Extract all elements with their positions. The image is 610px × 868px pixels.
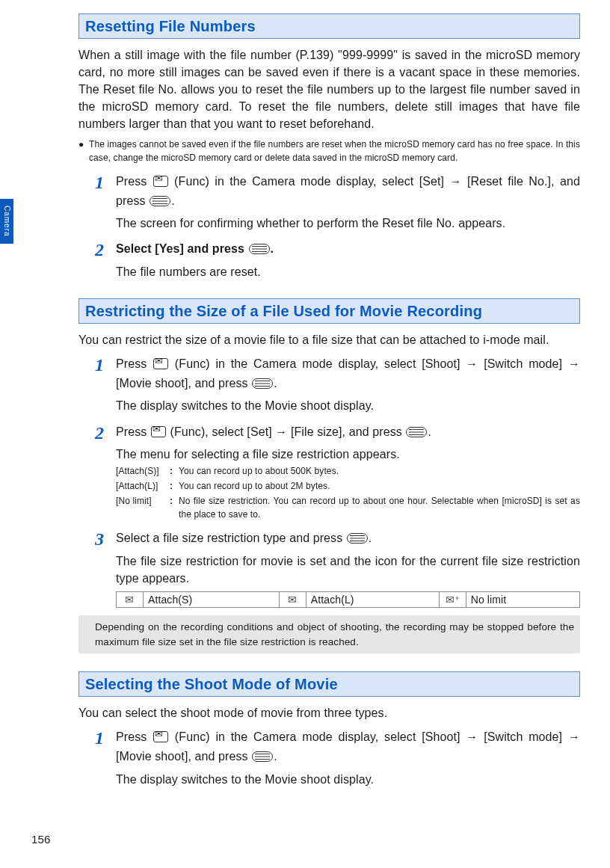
note-box: Depending on the recording conditions an… xyxy=(78,615,580,653)
step-text: . xyxy=(274,750,277,763)
menu-icon xyxy=(252,751,273,762)
no-limit-icon: ✉⁺ xyxy=(446,594,460,605)
step-text: (Func), select [Set] → [File size], and … xyxy=(167,425,405,438)
icon-label: No limit xyxy=(466,592,579,608)
section-header-shootmode: Selecting the Shoot Mode of Movie xyxy=(78,671,580,697)
attach-l-icon: ✉ xyxy=(288,594,297,605)
icon-table: ✉ Attach(S) ✉ Attach(L) ✉⁺ No limit xyxy=(116,591,580,608)
step-number: 1 xyxy=(95,172,116,232)
step: 3 Select a file size restriction type an… xyxy=(78,529,580,608)
option-row: [Attach(S)] : You can record up to about… xyxy=(116,464,580,478)
step-note: The file size restriction for movie is s… xyxy=(116,552,580,587)
mail-icon xyxy=(153,176,168,187)
step: 1 Press (Func) in the Camera mode displa… xyxy=(78,172,580,232)
step-text: Press xyxy=(116,357,152,370)
step: 2 Select [Yes] and press . The file numb… xyxy=(78,239,580,280)
step-text: . xyxy=(271,242,274,255)
step-number: 1 xyxy=(95,727,116,787)
step-text: Select [Yes] and press xyxy=(116,242,248,255)
menu-icon xyxy=(347,533,368,544)
step-note: The menu for selecting a file size restr… xyxy=(116,446,580,463)
attach-s-icon: ✉ xyxy=(125,594,134,605)
side-tab-camera: Camera xyxy=(0,199,13,244)
mail-icon xyxy=(151,426,166,437)
step-note: The file numbers are reset. xyxy=(116,263,580,280)
step-text: Select a file size restriction type and … xyxy=(116,532,346,544)
menu-icon xyxy=(252,378,273,389)
step-number: 2 xyxy=(95,422,116,522)
section-header-reset: Resetting File Numbers xyxy=(78,13,580,39)
option-row: [No limit] : No file size restriction. Y… xyxy=(116,494,580,521)
step-text: Press xyxy=(116,175,152,188)
step-text: . xyxy=(171,194,175,207)
step-text: (Func) in the Camera mode display, selec… xyxy=(116,357,580,390)
step: 1 Press (Func) in the Camera mode displa… xyxy=(78,727,580,787)
step-text: (Func) in the Camera mode display, selec… xyxy=(116,175,580,207)
step: 2 Press (Func), select [Set] → [File siz… xyxy=(78,422,580,522)
menu-icon xyxy=(150,196,170,206)
step-note: The screen for confirming whether to per… xyxy=(116,215,580,232)
page-number: 156 xyxy=(31,833,50,846)
step-text: . xyxy=(369,532,372,544)
step-number: 3 xyxy=(95,529,116,608)
mail-icon xyxy=(153,731,168,742)
mail-icon xyxy=(153,358,168,369)
step-number: 1 xyxy=(95,354,116,414)
intro-shootmode: You can select the shoot mode of movie f… xyxy=(78,704,580,721)
menu-icon xyxy=(249,244,270,254)
intro-restrict: You can restrict the size of a movie fil… xyxy=(78,331,580,348)
step-text: Press xyxy=(116,425,150,438)
option-row: [Attach(L)] : You can record up to about… xyxy=(116,479,580,493)
step-note: The display switches to the Movie shoot … xyxy=(116,397,580,414)
bullet-item: ● The images cannot be saved even if the… xyxy=(78,138,580,164)
step-number: 2 xyxy=(95,239,116,280)
step-text: . xyxy=(274,377,277,390)
step-text: Press xyxy=(116,730,152,743)
step: 1 Press (Func) in the Camera mode displa… xyxy=(78,354,580,414)
menu-icon xyxy=(406,427,427,437)
icon-label: Attach(S) xyxy=(144,592,280,608)
icon-label: Attach(L) xyxy=(306,592,439,608)
step-text: . xyxy=(428,425,431,438)
step-text: (Func) in the Camera mode display, selec… xyxy=(116,730,580,763)
section-header-restrict: Restricting the Size of a File Used for … xyxy=(78,298,580,324)
intro-reset: When a still image with the file number … xyxy=(78,46,580,132)
step-note: The display switches to the Movie shoot … xyxy=(116,771,580,788)
